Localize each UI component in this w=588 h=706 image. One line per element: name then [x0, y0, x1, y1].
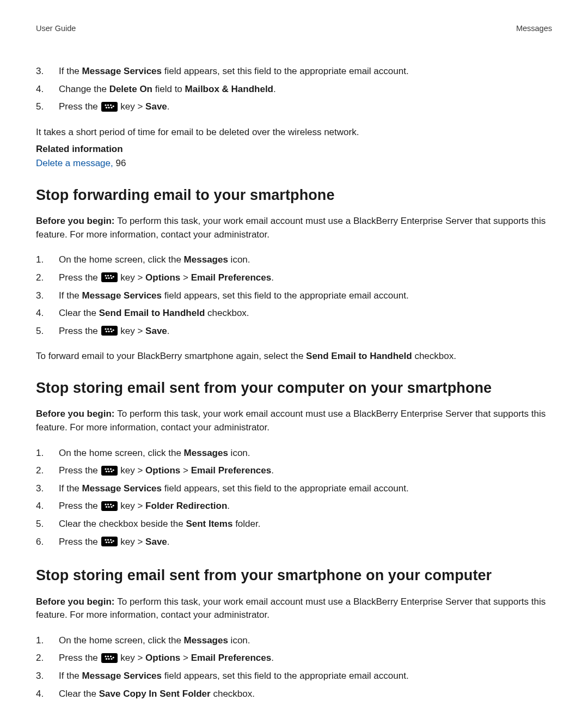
- step-body: Clear the checkbox beside the Sent Items…: [59, 518, 552, 531]
- bold-term: Messages: [184, 448, 228, 458]
- blackberry-key-icon: [101, 326, 118, 336]
- step-body: Press the key > Options > Email Preferen…: [59, 464, 552, 478]
- step-body: On the home screen, click the Messages i…: [59, 253, 552, 267]
- note-text: It takes a short period of time for emai…: [36, 126, 552, 139]
- bold-term: Options: [145, 465, 180, 476]
- blackberry-key-icon: [101, 466, 118, 476]
- svg-point-48: [112, 656, 114, 658]
- step-item: 3.If the Message Services field appears,…: [36, 667, 552, 685]
- svg-point-46: [109, 655, 111, 657]
- step-body: Press the key > Options > Email Preferen…: [59, 652, 552, 665]
- bold-term: Messages: [184, 254, 228, 265]
- step-body: On the home screen, click the Messages i…: [59, 447, 552, 460]
- after-note: To forward email to your BlackBerry smar…: [36, 350, 552, 363]
- svg-point-43: [107, 655, 108, 657]
- step-body: Press the key > Save.: [59, 100, 552, 114]
- svg-point-19: [111, 331, 112, 332]
- step-item: 4.Change the Delete On field to Mailbox …: [36, 81, 552, 99]
- step-body: If the Message Services field appears, s…: [59, 289, 552, 303]
- step-number: 6.: [36, 535, 59, 549]
- bold-term: Folder Redirection: [145, 501, 227, 511]
- svg-point-6: [112, 105, 114, 107]
- svg-point-25: [109, 468, 111, 470]
- step-item: 3.If the Message Services field appears,…: [36, 63, 552, 81]
- section-continued: 3.If the Message Services field appears,…: [36, 63, 552, 171]
- before-you-begin-label: Before you begin:: [36, 409, 117, 419]
- svg-point-23: [105, 471, 107, 472]
- related-link-line: Delete a message, 96: [36, 157, 552, 171]
- svg-point-7: [105, 275, 106, 277]
- before-you-begin-label: Before you begin:: [36, 216, 117, 226]
- svg-point-36: [107, 539, 108, 541]
- step-body: If the Message Services field appears, s…: [59, 65, 552, 78]
- svg-point-26: [111, 471, 112, 472]
- step-body: Change the Delete On field to Mailbox & …: [59, 83, 552, 96]
- step-list: 1.On the home screen, click the Messages…: [36, 251, 552, 340]
- before-you-begin: Before you begin: To perform this task, …: [36, 215, 552, 241]
- step-item: 6.Press the key > Save.: [36, 533, 552, 551]
- step-item: 4.Clear the Send Email to Handheld check…: [36, 305, 552, 322]
- step-number: 2.: [36, 652, 59, 665]
- blackberry-key-icon: [101, 537, 118, 546]
- svg-point-5: [111, 107, 112, 108]
- step-number: 4.: [36, 307, 59, 320]
- bold-term: Message Services: [82, 66, 162, 76]
- step-body: Press the key > Save.: [59, 535, 552, 549]
- svg-point-30: [105, 506, 107, 508]
- step-body: If the Message Services field appears, s…: [59, 670, 552, 683]
- svg-point-32: [109, 503, 111, 505]
- step-number: 3.: [36, 482, 59, 496]
- step-number: 5.: [36, 325, 59, 338]
- svg-point-31: [108, 506, 109, 508]
- svg-point-18: [109, 328, 111, 330]
- svg-point-22: [107, 468, 108, 470]
- step-number: 4.: [36, 687, 59, 701]
- blackberry-key-icon: [101, 272, 118, 282]
- step-item: 4.Clear the Save Copy In Sent Folder che…: [36, 685, 552, 703]
- svg-point-27: [112, 469, 114, 471]
- svg-point-41: [112, 540, 114, 542]
- svg-point-42: [105, 655, 106, 657]
- svg-point-35: [105, 539, 106, 541]
- svg-point-34: [112, 504, 114, 506]
- svg-point-39: [109, 539, 111, 541]
- step-item: 5.Press the key > Save.: [36, 703, 552, 706]
- svg-point-9: [105, 277, 107, 279]
- svg-point-47: [111, 658, 112, 660]
- bold-term: Message Services: [82, 483, 162, 494]
- svg-point-29: [107, 503, 108, 505]
- bold-term: Save Copy In Sent Folder: [99, 689, 211, 699]
- bold-term: Email Preferences: [191, 465, 271, 476]
- step-number: 3.: [36, 289, 59, 303]
- svg-point-3: [108, 107, 109, 108]
- svg-point-24: [108, 471, 109, 472]
- step-list: 1.On the home screen, click the Messages…: [36, 632, 552, 706]
- bold-term: Options: [145, 653, 180, 663]
- step-item: 5.Press the key > Save.: [36, 98, 552, 116]
- header-left: User Guide: [36, 23, 76, 34]
- svg-point-14: [105, 328, 106, 330]
- svg-point-0: [105, 104, 106, 106]
- step-number: 1.: [36, 447, 59, 460]
- blackberry-key-icon: [101, 501, 118, 511]
- step-number: 5.: [36, 100, 59, 114]
- bold-term: Email Preferences: [191, 272, 271, 283]
- step-body: Clear the Send Email to Handheld checkbo…: [59, 307, 552, 320]
- step-item: 1.On the home screen, click the Messages…: [36, 632, 552, 650]
- svg-point-40: [111, 541, 112, 543]
- svg-point-28: [105, 503, 106, 505]
- svg-point-33: [111, 506, 112, 508]
- step-number: 3.: [36, 65, 59, 78]
- before-you-begin: Before you begin: To perform this task, …: [36, 595, 552, 622]
- bold-term: Save: [145, 326, 167, 336]
- step-number: 2.: [36, 271, 59, 285]
- section-title: Stop storing email sent from your comput…: [36, 378, 552, 399]
- svg-point-15: [107, 328, 108, 330]
- svg-point-45: [108, 658, 109, 660]
- step-body: Press the key > Save.: [59, 325, 552, 338]
- svg-point-4: [109, 104, 111, 106]
- svg-point-10: [108, 277, 109, 279]
- step-item: 5.Press the key > Save.: [36, 322, 552, 340]
- related-link[interactable]: Delete a message,: [36, 158, 113, 168]
- step-item: 2.Press the key > Options > Email Prefer…: [36, 462, 552, 480]
